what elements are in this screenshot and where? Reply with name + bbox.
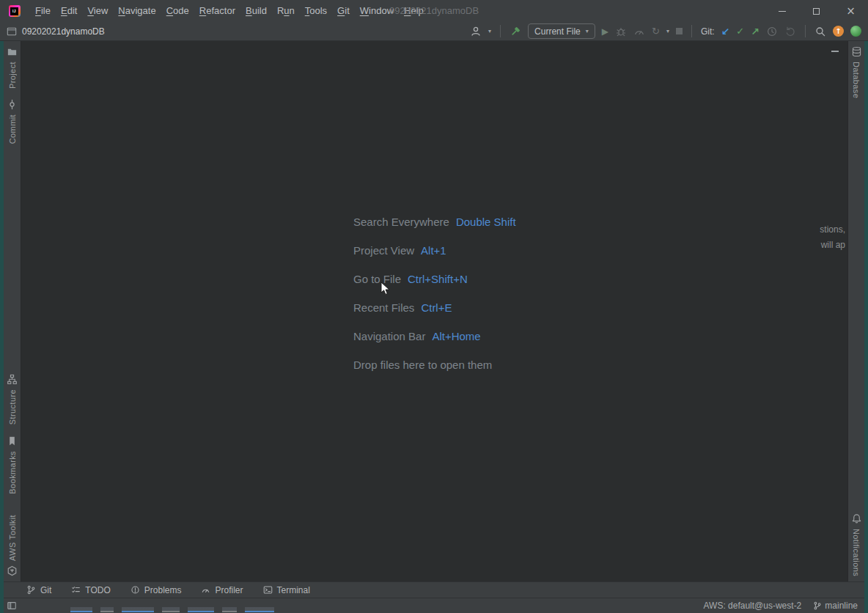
ide-update-badge-icon[interactable]: ↑ [833, 26, 844, 37]
sidebar-item-bookmarks[interactable]: Bookmarks [4, 430, 21, 499]
menu-edit[interactable]: Edit [56, 0, 82, 22]
tool-strip-label: Bookmarks [8, 451, 17, 494]
left-tool-strip: Project Commit Structure Bookmarks AWS T… [4, 41, 21, 581]
title-bar: IJ File Edit View Navigate Code Refactor… [0, 0, 868, 22]
hint-label: Go to File [353, 273, 401, 285]
hint-label: Navigation Bar [353, 330, 425, 342]
close-button[interactable]: × [834, 0, 868, 22]
bookmark-icon [7, 436, 18, 447]
menu-navigate[interactable]: Navigate [113, 0, 161, 22]
terminal-icon [263, 585, 273, 595]
window-controls: × [765, 0, 868, 22]
problems-icon [130, 585, 140, 595]
toolwindow-todo[interactable]: TODO [71, 585, 110, 595]
hint-shortcut: Ctrl+Shift+N [408, 273, 468, 285]
toolwindow-switcher-button[interactable] [7, 601, 17, 611]
toolwindow-label: TODO [85, 585, 110, 595]
menu-tools[interactable]: Tools [300, 0, 332, 22]
toolwindow-problems[interactable]: Problems [130, 585, 182, 595]
menu-run[interactable]: Run [272, 0, 300, 22]
menu-git[interactable]: Git [332, 0, 355, 22]
user-dropdown-chevron-icon[interactable]: ▾ [488, 28, 491, 34]
run-button[interactable]: ▶ [602, 26, 608, 37]
hint-shortcut: Double Shift [456, 216, 516, 228]
git-history-clock-icon[interactable] [766, 26, 778, 37]
sidebar-item-notifications[interactable]: Notifications [848, 508, 864, 581]
sidebar-item-structure[interactable]: Structure [4, 369, 21, 430]
stop-button[interactable] [676, 28, 683, 34]
right-tool-strip: Database Notifications [848, 41, 864, 581]
main-toolbar: 09202021dynamoDB ▾ Current File ▾ ▶ ↻ ▾ … [0, 22, 868, 41]
notification-fragment-line: stions, [812, 222, 845, 238]
minimize-icon [779, 11, 786, 12]
editor-area[interactable]: Search Everywhere Double Shift Project V… [21, 41, 848, 581]
git-push-icon[interactable]: ↗ [751, 26, 760, 37]
git-update-icon[interactable]: ↙ [721, 26, 730, 37]
menu-refactor[interactable]: Refactor [194, 0, 240, 22]
shortcut-hint-row: Recent Files Ctrl+E [353, 301, 516, 330]
run-options-chevron-icon[interactable]: ▾ [666, 28, 669, 34]
shortcut-hint-row: Search Everywhere Double Shift [353, 216, 516, 244]
project-selector[interactable]: 09202021dynamoDB [7, 26, 105, 37]
search-everywhere-icon[interactable] [814, 26, 826, 37]
menu-window[interactable]: Window [355, 0, 399, 22]
clipped-text-fragment [100, 606, 114, 612]
bell-icon [851, 513, 862, 524]
tool-strip-label: Structure [8, 389, 17, 425]
close-icon: × [846, 6, 856, 17]
git-branch-widget[interactable]: mainline [813, 601, 858, 611]
tool-strip-label: Project [8, 62, 17, 89]
tool-strip-label: Database [852, 62, 861, 98]
debug-bug-icon[interactable] [615, 26, 627, 37]
bottom-tool-bar: Git TODO Problems Profiler Terminal [0, 581, 868, 598]
chevron-down-icon: ▾ [586, 28, 589, 34]
toolwindow-terminal[interactable]: Terminal [263, 585, 310, 595]
project-name: 09202021dynamoDB [22, 26, 105, 37]
window-edge-accent-left [0, 41, 4, 613]
sidebar-item-commit[interactable]: Commit [4, 94, 21, 149]
ide-window: { "window": { "title": "09202021dynamoDB… [0, 0, 868, 613]
branch-icon [813, 601, 822, 610]
menu-file[interactable]: File [30, 0, 56, 22]
run-configuration-select[interactable]: Current File ▾ [528, 23, 595, 39]
sidebar-item-aws-toolkit[interactable]: AWS Toolkit [4, 510, 21, 581]
git-commit-check-icon[interactable]: ✓ [736, 26, 744, 37]
git-rollback-icon[interactable] [784, 26, 796, 37]
menu-view[interactable]: View [82, 0, 113, 22]
clipped-text-fragment [245, 606, 274, 612]
coverage-rerun-icon[interactable]: ↻ [652, 26, 660, 37]
project-window-icon [7, 26, 17, 37]
clipped-text-fragment [188, 606, 214, 612]
shortcut-hint-row: Go to File Ctrl+Shift+N [353, 273, 516, 301]
menu-code[interactable]: Code [161, 0, 194, 22]
todo-checklist-icon [71, 585, 81, 595]
intellij-logo-icon: IJ [9, 5, 21, 17]
hint-label: Project View [353, 244, 414, 257]
aws-connection-widget[interactable]: AWS: default@us-west-2 [704, 601, 802, 611]
hint-shortcut: Alt+1 [421, 244, 446, 257]
hint-shortcut: Alt+Home [432, 330, 480, 342]
minimize-button[interactable] [765, 0, 799, 22]
sidebar-item-database[interactable]: Database [848, 41, 864, 103]
clipped-text-fragment [70, 606, 92, 612]
session-indicator-icon[interactable] [850, 26, 861, 37]
user-account-icon[interactable] [470, 26, 482, 37]
toolwindow-git[interactable]: Git [26, 585, 51, 595]
layout-panels-icon [7, 601, 17, 611]
tool-strip-label: AWS Toolkit [8, 515, 17, 561]
toolwindow-profiler[interactable]: Profiler [201, 585, 243, 595]
menu-help[interactable]: Help [399, 0, 429, 22]
clipped-text-fragment [222, 606, 237, 612]
hint-label: Recent Files [353, 301, 414, 314]
clipped-text-fragment [162, 606, 180, 612]
menu-build[interactable]: Build [240, 0, 272, 22]
toolwindow-label: Terminal [277, 585, 310, 595]
build-hammer-icon[interactable] [510, 26, 521, 37]
aws-hexagon-icon [7, 565, 18, 576]
profiler-gauge-icon[interactable] [633, 26, 645, 37]
sidebar-item-project[interactable]: Project [4, 41, 21, 94]
maximize-button[interactable] [799, 0, 834, 22]
window-edge-accent-right [864, 41, 868, 613]
hide-panel-icon[interactable] [831, 51, 839, 52]
shortcut-hints-panel: Search Everywhere Double Shift Project V… [353, 216, 516, 387]
